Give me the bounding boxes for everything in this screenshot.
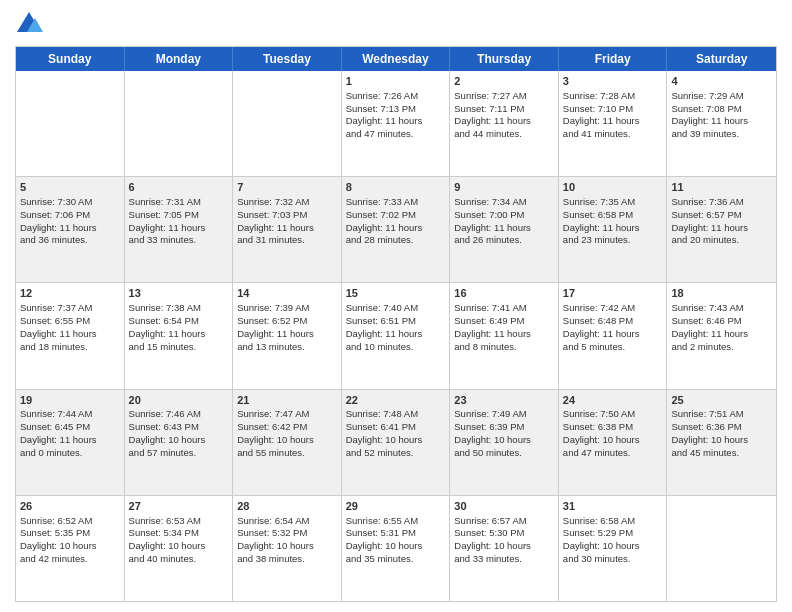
day-info-line: Sunrise: 7:49 AM [454, 408, 554, 421]
calendar-cell-14: 14Sunrise: 7:39 AMSunset: 6:52 PMDayligh… [233, 283, 342, 388]
day-info-line: Daylight: 10 hours [237, 434, 337, 447]
day-info-line: Sunrise: 7:37 AM [20, 302, 120, 315]
day-info-line: Sunset: 5:32 PM [237, 527, 337, 540]
day-info-line: Sunrise: 7:50 AM [563, 408, 663, 421]
day-info-line: and 50 minutes. [454, 447, 554, 460]
day-info-line: Sunrise: 7:46 AM [129, 408, 229, 421]
day-info-line: and 2 minutes. [671, 341, 772, 354]
day-info-line: and 5 minutes. [563, 341, 663, 354]
day-info-line: Sunrise: 6:54 AM [237, 515, 337, 528]
day-info-line: Sunset: 6:54 PM [129, 315, 229, 328]
day-number: 22 [346, 393, 446, 408]
day-info-line: Sunrise: 7:38 AM [129, 302, 229, 315]
day-info-line: Sunrise: 7:39 AM [237, 302, 337, 315]
day-info-line: Daylight: 10 hours [671, 434, 772, 447]
day-info-line: Sunrise: 6:52 AM [20, 515, 120, 528]
day-number: 7 [237, 180, 337, 195]
day-number: 8 [346, 180, 446, 195]
day-info-line: and 38 minutes. [237, 553, 337, 566]
day-info-line: Daylight: 10 hours [20, 540, 120, 553]
calendar-row-1: 5Sunrise: 7:30 AMSunset: 7:06 PMDaylight… [16, 177, 776, 283]
header-day-monday: Monday [125, 47, 234, 71]
logo [15, 10, 47, 38]
day-info-line: Sunset: 6:38 PM [563, 421, 663, 434]
day-number: 3 [563, 74, 663, 89]
day-number: 18 [671, 286, 772, 301]
calendar-cell-10: 10Sunrise: 7:35 AMSunset: 6:58 PMDayligh… [559, 177, 668, 282]
day-number: 2 [454, 74, 554, 89]
day-info-line: Sunrise: 6:58 AM [563, 515, 663, 528]
day-info-line: Sunset: 7:02 PM [346, 209, 446, 222]
day-number: 20 [129, 393, 229, 408]
day-number: 6 [129, 180, 229, 195]
calendar: SundayMondayTuesdayWednesdayThursdayFrid… [15, 46, 777, 602]
calendar-cell-24: 24Sunrise: 7:50 AMSunset: 6:38 PMDayligh… [559, 390, 668, 495]
day-info-line: Sunset: 7:10 PM [563, 103, 663, 116]
day-info-line: Sunset: 6:46 PM [671, 315, 772, 328]
calendar-cell-9: 9Sunrise: 7:34 AMSunset: 7:00 PMDaylight… [450, 177, 559, 282]
day-number: 17 [563, 286, 663, 301]
calendar-cell-31: 31Sunrise: 6:58 AMSunset: 5:29 PMDayligh… [559, 496, 668, 601]
day-info-line: and 33 minutes. [454, 553, 554, 566]
day-info-line: Daylight: 10 hours [454, 434, 554, 447]
day-info-line: Sunset: 7:05 PM [129, 209, 229, 222]
day-info-line: Sunset: 5:30 PM [454, 527, 554, 540]
day-info-line: Sunset: 6:45 PM [20, 421, 120, 434]
day-info-line: Daylight: 11 hours [563, 222, 663, 235]
calendar-cell-30: 30Sunrise: 6:57 AMSunset: 5:30 PMDayligh… [450, 496, 559, 601]
day-number: 1 [346, 74, 446, 89]
day-info-line: Sunset: 6:49 PM [454, 315, 554, 328]
day-info-line: Sunset: 7:00 PM [454, 209, 554, 222]
day-info-line: Sunrise: 7:33 AM [346, 196, 446, 209]
day-number: 5 [20, 180, 120, 195]
day-info-line: and 57 minutes. [129, 447, 229, 460]
calendar-cell-29: 29Sunrise: 6:55 AMSunset: 5:31 PMDayligh… [342, 496, 451, 601]
header-day-saturday: Saturday [667, 47, 776, 71]
day-info-line: Sunset: 6:52 PM [237, 315, 337, 328]
calendar-header: SundayMondayTuesdayWednesdayThursdayFrid… [16, 47, 776, 71]
day-info-line: Sunset: 6:51 PM [346, 315, 446, 328]
calendar-body: 1Sunrise: 7:26 AMSunset: 7:13 PMDaylight… [16, 71, 776, 601]
calendar-cell-28: 28Sunrise: 6:54 AMSunset: 5:32 PMDayligh… [233, 496, 342, 601]
calendar-cell-2: 2Sunrise: 7:27 AMSunset: 7:11 PMDaylight… [450, 71, 559, 176]
day-info-line: Sunrise: 7:32 AM [237, 196, 337, 209]
day-info-line: Sunrise: 7:26 AM [346, 90, 446, 103]
day-info-line: and 18 minutes. [20, 341, 120, 354]
calendar-cell-8: 8Sunrise: 7:33 AMSunset: 7:02 PMDaylight… [342, 177, 451, 282]
header-day-friday: Friday [559, 47, 668, 71]
calendar-cell-3: 3Sunrise: 7:28 AMSunset: 7:10 PMDaylight… [559, 71, 668, 176]
day-info-line: Daylight: 11 hours [671, 328, 772, 341]
calendar-cell-19: 19Sunrise: 7:44 AMSunset: 6:45 PMDayligh… [16, 390, 125, 495]
day-info-line: Sunrise: 7:28 AM [563, 90, 663, 103]
day-info-line: and 33 minutes. [129, 234, 229, 247]
calendar-cell-empty-4-6 [667, 496, 776, 601]
page: SundayMondayTuesdayWednesdayThursdayFrid… [0, 0, 792, 612]
day-info-line: and 47 minutes. [563, 447, 663, 460]
day-info-line: Sunrise: 7:29 AM [671, 90, 772, 103]
day-info-line: Sunrise: 7:27 AM [454, 90, 554, 103]
day-number: 24 [563, 393, 663, 408]
calendar-row-4: 26Sunrise: 6:52 AMSunset: 5:35 PMDayligh… [16, 496, 776, 601]
day-info-line: Daylight: 11 hours [346, 222, 446, 235]
day-info-line: Sunset: 5:34 PM [129, 527, 229, 540]
day-info-line: and 23 minutes. [563, 234, 663, 247]
day-info-line: Daylight: 11 hours [563, 115, 663, 128]
day-number: 26 [20, 499, 120, 514]
day-info-line: Sunset: 6:36 PM [671, 421, 772, 434]
calendar-row-3: 19Sunrise: 7:44 AMSunset: 6:45 PMDayligh… [16, 390, 776, 496]
day-info-line: Sunset: 6:58 PM [563, 209, 663, 222]
day-info-line: and 40 minutes. [129, 553, 229, 566]
header-day-tuesday: Tuesday [233, 47, 342, 71]
calendar-row-0: 1Sunrise: 7:26 AMSunset: 7:13 PMDaylight… [16, 71, 776, 177]
day-info-line: Daylight: 10 hours [563, 540, 663, 553]
day-info-line: Sunrise: 7:51 AM [671, 408, 772, 421]
calendar-cell-22: 22Sunrise: 7:48 AMSunset: 6:41 PMDayligh… [342, 390, 451, 495]
day-number: 12 [20, 286, 120, 301]
day-number: 23 [454, 393, 554, 408]
day-info-line: Daylight: 11 hours [346, 115, 446, 128]
day-info-line: Sunset: 6:42 PM [237, 421, 337, 434]
calendar-cell-11: 11Sunrise: 7:36 AMSunset: 6:57 PMDayligh… [667, 177, 776, 282]
day-info-line: and 35 minutes. [346, 553, 446, 566]
calendar-cell-empty-0-1 [125, 71, 234, 176]
day-number: 11 [671, 180, 772, 195]
